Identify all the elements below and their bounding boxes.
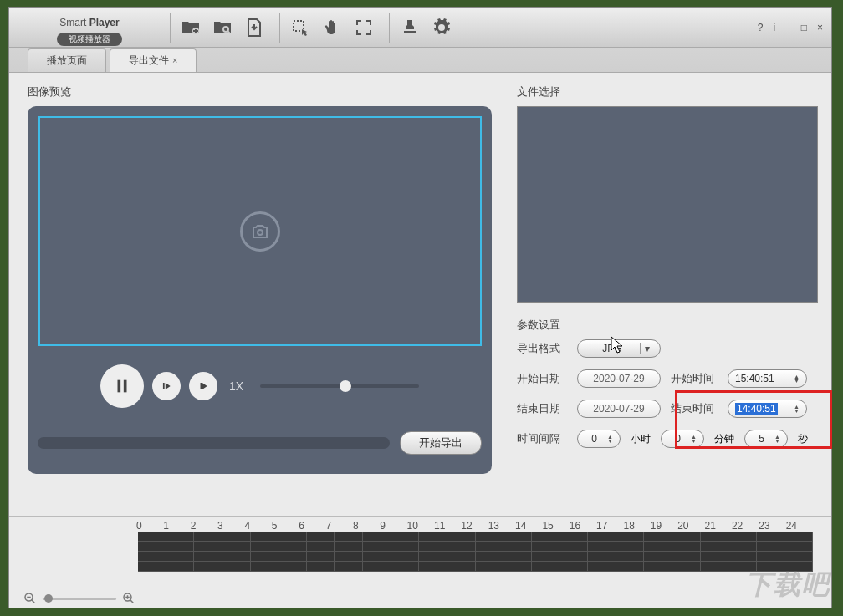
- titlebar: Smart Player 视频播放器 ? i – □ ×: [9, 8, 831, 48]
- hour-label: 小时: [631, 432, 651, 446]
- preview-label: 图像预览: [28, 84, 492, 99]
- chevron-down-icon: ▾: [640, 343, 653, 354]
- end-time-label: 结束时间: [671, 401, 718, 416]
- tab-play[interactable]: 播放页面: [28, 48, 106, 72]
- pause-button[interactable]: [100, 364, 144, 408]
- spinner-icon[interactable]: ▲▼: [607, 435, 613, 443]
- timeline-hour-ticks: 0123456789101112131415161718192021222324: [136, 520, 813, 532]
- search-folder-icon[interactable]: [207, 13, 238, 43]
- spinner-icon[interactable]: ▲▼: [794, 405, 800, 413]
- fullscreen-icon[interactable]: [349, 13, 379, 43]
- zoom-out-icon[interactable]: [23, 591, 38, 606]
- zoom-controls: [9, 589, 831, 608]
- pan-hand-icon[interactable]: [317, 13, 347, 43]
- playback-speed: 1X: [229, 379, 243, 393]
- interval-minute-input[interactable]: 0▲▼: [661, 430, 704, 448]
- svg-point-3: [258, 230, 263, 235]
- workarea: 图像预览 1X 开始导出 文件选择: [9, 73, 831, 516]
- tab-bar: 播放页面 导出文件×: [9, 48, 831, 73]
- tab-export[interactable]: 导出文件×: [110, 48, 197, 72]
- stamp-icon[interactable]: [395, 13, 425, 43]
- svg-rect-4: [117, 380, 120, 393]
- timeline-grid[interactable]: [138, 532, 813, 572]
- export-file-icon[interactable]: [239, 13, 269, 43]
- spinner-icon[interactable]: ▲▼: [774, 435, 780, 443]
- preview-panel: 1X 开始导出: [28, 106, 492, 474]
- speed-slider[interactable]: [260, 384, 419, 388]
- timeline: 0123456789101112131415161718192021222324: [9, 516, 831, 589]
- start-date-input[interactable]: 2020-07-29: [577, 369, 661, 388]
- app-window: Smart Player 视频播放器 ? i – □ × 播放页面 导出文件×: [8, 7, 832, 608]
- playback-controls: 1X: [100, 364, 419, 408]
- params-label: 参数设置: [517, 318, 818, 333]
- end-time-input[interactable]: 14:40:51▲▼: [728, 400, 807, 418]
- format-label: 导出格式: [517, 341, 567, 356]
- minute-label: 分钟: [714, 432, 734, 446]
- maximize-button[interactable]: □: [798, 20, 810, 35]
- logo: Smart Player 视频播放器: [14, 9, 165, 46]
- spinner-icon[interactable]: ▲▼: [691, 435, 697, 443]
- zoom-in-icon[interactable]: [121, 591, 136, 606]
- file-select-label: 文件选择: [517, 84, 818, 99]
- tab-close-icon[interactable]: ×: [172, 55, 177, 65]
- start-date-label: 开始日期: [517, 371, 567, 386]
- minimize-button[interactable]: –: [782, 20, 794, 35]
- second-label: 秒: [798, 432, 808, 446]
- close-button[interactable]: ×: [814, 20, 826, 35]
- window-controls: ? i – □ ×: [754, 20, 826, 35]
- add-folder-icon[interactable]: [176, 13, 206, 43]
- interval-hour-input[interactable]: 0▲▼: [577, 430, 621, 448]
- end-date-label: 结束日期: [517, 401, 567, 416]
- info-button[interactable]: i: [769, 20, 779, 35]
- interval-second-input[interactable]: 5▲▼: [744, 430, 788, 448]
- step-back-button[interactable]: [152, 372, 181, 400]
- svg-rect-5: [124, 380, 127, 393]
- end-date-input[interactable]: 2020-07-29: [577, 400, 661, 418]
- gear-icon[interactable]: [427, 13, 457, 43]
- interval-label: 时间间隔: [517, 431, 567, 446]
- file-select-area[interactable]: [517, 106, 818, 303]
- format-dropdown[interactable]: JPG▾: [577, 339, 661, 358]
- speed-slider-thumb[interactable]: [340, 380, 351, 392]
- app-title: Smart Player: [14, 9, 165, 31]
- start-time-input[interactable]: 15:40:51▲▼: [728, 369, 807, 388]
- help-button[interactable]: ?: [754, 20, 767, 35]
- app-subtitle: 视频播放器: [57, 33, 122, 46]
- select-region-icon[interactable]: [285, 13, 315, 43]
- step-forward-button[interactable]: [189, 372, 217, 400]
- preview-viewport[interactable]: [38, 116, 482, 346]
- spinner-icon[interactable]: ▲▼: [794, 374, 800, 383]
- camera-icon: [240, 211, 280, 252]
- zoom-slider[interactable]: [43, 598, 116, 600]
- start-export-button[interactable]: 开始导出: [400, 431, 482, 455]
- start-time-label: 开始时间: [671, 371, 718, 386]
- progress-bar[interactable]: [38, 437, 390, 449]
